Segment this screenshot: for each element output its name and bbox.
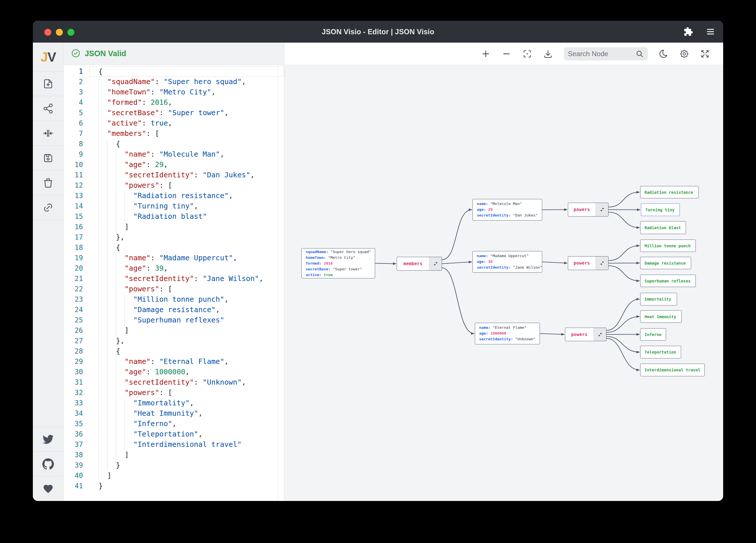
editor-line[interactable]: 22"powers": [ — [64, 284, 284, 294]
graph-node-m2[interactable]: name: "Madame Uppercut"age: 39secretIden… — [473, 251, 542, 272]
editor-line[interactable]: 4"formed": 2016, — [64, 97, 284, 108]
editor-line[interactable]: 5"secretBase": "Super tower", — [64, 108, 284, 118]
editor-line[interactable]: 11"secretIdentity": "Dan Jukes", — [64, 170, 284, 180]
editor-line[interactable]: 17}, — [64, 232, 284, 243]
graph-node-l3c[interactable]: Inferno — [640, 328, 666, 340]
github-icon[interactable] — [33, 451, 63, 476]
graph-node-p2[interactable]: powers — [568, 256, 608, 270]
download-icon[interactable] — [543, 49, 553, 59]
graph-node-l3a[interactable]: Immortality — [640, 293, 677, 305]
graph-node-l3d[interactable]: Teleportation — [640, 346, 681, 358]
editor-line[interactable]: 23"Million tonne punch", — [64, 294, 284, 304]
editor-line[interactable]: 32"powers": [ — [64, 387, 284, 398]
editor-line[interactable]: 28{ — [64, 346, 284, 356]
graph-node-l2a[interactable]: Million tonne punch — [640, 240, 696, 252]
json-code-editor[interactable]: 1{2"squadName": "Super hero squad",3"hom… — [64, 65, 284, 501]
graph-node-l1a[interactable]: Radiation resistance — [640, 186, 699, 198]
graph-node-l2c[interactable]: Superhuman reflexes — [640, 275, 696, 287]
editor-line[interactable]: 25"Superhuman reflexes" — [64, 315, 284, 325]
editor-line[interactable]: 21"secretIdentity": "Jane Wilson", — [64, 273, 284, 284]
collapse-node-button[interactable] — [429, 257, 442, 271]
graph-canvas[interactable]: squadName: "Super hero squad"homeTown: "… — [284, 65, 723, 501]
collapse-node-button[interactable] — [596, 257, 608, 270]
line-number: 1 — [64, 66, 89, 77]
editor-line[interactable]: 9"name": "Molecule Man", — [64, 149, 284, 160]
zoom-out-icon[interactable] — [502, 49, 511, 59]
graph-node-p3[interactable]: powers — [565, 328, 606, 341]
graph-node-root[interactable]: squadName: "Super hero squad"homeTown: "… — [301, 248, 375, 278]
editor-line[interactable]: 34"Heat Immunity", — [64, 408, 284, 419]
editor-line[interactable]: 38] — [64, 450, 284, 460]
editor-line[interactable]: 30"age": 1000000, — [64, 367, 284, 377]
editor-line[interactable]: 37"Interdimensional travel" — [64, 439, 284, 450]
zoom-in-icon[interactable] — [481, 49, 491, 59]
editor-line[interactable]: 13"Radiation resistance", — [64, 191, 284, 201]
editor-line[interactable]: 29"name": "Eternal Flame", — [64, 356, 284, 367]
line-content: "age": 1000000, — [89, 367, 284, 377]
editor-line[interactable]: 39} — [64, 460, 284, 470]
editor-line[interactable]: 1{ — [64, 66, 284, 77]
line-content: "Radiation blast" — [89, 211, 284, 222]
editor-line[interactable]: 41} — [64, 481, 284, 491]
delete-icon[interactable] — [33, 170, 63, 195]
line-number: 9 — [64, 149, 89, 160]
editor-line[interactable]: 35"Inferno", — [64, 419, 284, 429]
focus-center-icon[interactable] — [522, 49, 532, 59]
graph-node-l2b[interactable]: Damage resistance — [640, 257, 691, 269]
share-graph-icon[interactable] — [33, 96, 63, 121]
editor-line[interactable]: 6"active": true, — [64, 118, 284, 128]
editor-line[interactable]: 16] — [64, 222, 284, 232]
link-icon[interactable] — [33, 195, 63, 220]
heart-icon[interactable] — [33, 476, 63, 501]
editor-line[interactable]: 20"age": 39, — [64, 263, 284, 273]
zoom-button[interactable] — [67, 29, 74, 36]
twitter-icon[interactable] — [33, 427, 63, 451]
graph-node-members[interactable]: members — [397, 257, 442, 271]
editor-line[interactable]: 40] — [64, 470, 284, 481]
dark-mode-moon-icon[interactable] — [659, 49, 668, 59]
editor-line[interactable]: 8{ — [64, 139, 284, 149]
graph-node-m3[interactable]: name: "Eternal Flame"age: 1000000secretI… — [475, 323, 540, 344]
editor-line[interactable]: 33"Immortality", — [64, 398, 284, 408]
editor-line[interactable]: 15"Radiation blast" — [64, 211, 284, 222]
graph-node-l1c[interactable]: Radiation blast — [640, 221, 686, 234]
editor-line[interactable]: 24"Damage resistance", — [64, 304, 284, 315]
indent-guide — [99, 118, 107, 128]
fullscreen-icon[interactable] — [700, 49, 710, 59]
settings-gear-icon[interactable] — [679, 49, 689, 59]
editor-line[interactable]: 14"Turning tiny", — [64, 201, 284, 211]
minimize-button[interactable] — [56, 29, 63, 36]
graph-node-l3b[interactable]: Heat Immunity — [640, 310, 682, 323]
graph-node-l3e[interactable]: Interdimensional travel — [640, 364, 705, 376]
graph-node-p1[interactable]: powers — [568, 203, 608, 217]
editor-line[interactable]: 10"age": 29, — [64, 160, 284, 170]
close-button[interactable] — [44, 29, 51, 36]
editor-line[interactable]: 12"powers": [ — [64, 180, 284, 191]
node-label: Damage resistance — [645, 261, 686, 266]
app-logo[interactable]: JV — [33, 43, 63, 71]
collapse-node-button[interactable] — [594, 328, 606, 341]
line-content: "powers": [ — [89, 284, 284, 294]
extensions-puzzle-icon[interactable] — [683, 27, 693, 37]
editor-line[interactable]: 26] — [64, 325, 284, 336]
editor-line[interactable]: 7"members": [ — [64, 128, 284, 139]
graph-node-l1b[interactable]: Turning tiny — [641, 203, 680, 216]
graph-node-m1[interactable]: name: "Molecule Man"age: 29secretIdentit… — [473, 199, 542, 221]
editor-line[interactable]: 18{ — [64, 243, 284, 253]
editor-line[interactable]: 36"Teleportation", — [64, 429, 284, 439]
editor-line[interactable]: 19"name": "Madame Uppercut", — [64, 253, 284, 263]
editor-line[interactable]: 3"homeTown": "Metro City", — [64, 87, 284, 97]
graph-edge — [608, 192, 640, 207]
line-number: 13 — [64, 191, 89, 201]
menu-icon[interactable] — [706, 27, 715, 36]
editor-line[interactable]: 31"secretIdentity": "Unknown", — [64, 377, 284, 387]
search-node-input[interactable] — [568, 50, 633, 58]
collapse-node-button[interactable] — [596, 203, 608, 216]
search-icon[interactable] — [636, 50, 644, 58]
node-label: Radiation blast — [645, 226, 681, 230]
center-fit-icon[interactable] — [33, 121, 63, 145]
save-icon[interactable] — [33, 145, 63, 170]
new-document-icon[interactable] — [33, 71, 63, 96]
editor-line[interactable]: 2"squadName": "Super hero squad", — [64, 77, 284, 87]
editor-line[interactable]: 27}, — [64, 336, 284, 346]
